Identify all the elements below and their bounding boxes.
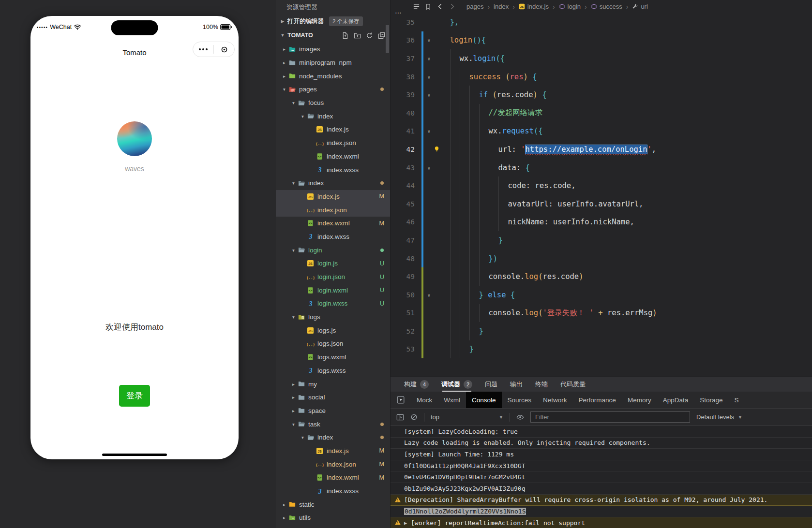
fold-chevron-icon[interactable]: ∨ — [425, 74, 433, 80]
tree-file-index.wxss[interactable]: 3index.wxss — [276, 163, 390, 176]
tree-file-index.js[interactable]: JSindex.js — [276, 123, 390, 136]
panel-tab-代码质量[interactable]: 代码质量 — [560, 377, 586, 392]
devtools-tab-Mock[interactable]: Mock — [411, 392, 438, 408]
tree-file-index.js[interactable]: JSindex.jsM — [276, 190, 390, 204]
bookmark-icon[interactable] — [425, 3, 432, 10]
code-line-37[interactable]: 37∨wx.login({ — [391, 49, 812, 68]
live-expression-eye-icon[interactable] — [516, 413, 524, 421]
panel-tab-输出[interactable]: 输出 — [510, 377, 523, 392]
fold-chevron-icon[interactable]: ∨ — [425, 92, 433, 98]
tree-folder-focus[interactable]: ▾focus — [276, 96, 390, 110]
breadcrumb-item-success[interactable]: success — [591, 3, 622, 10]
tree-folder-images[interactable]: ▸images — [276, 43, 390, 56]
inspect-element-icon[interactable] — [391, 392, 411, 408]
devtools-tab-S[interactable]: S — [729, 392, 745, 408]
back-icon[interactable] — [436, 3, 444, 10]
clear-console-icon[interactable] — [410, 413, 418, 421]
tree-folder-static[interactable]: ▸static — [276, 498, 390, 511]
capsule-close-button[interactable] — [214, 42, 234, 57]
menu-icon[interactable] — [413, 3, 420, 10]
fold-chevron-icon[interactable]: ∨ — [425, 292, 433, 298]
devtools-tab-Network[interactable]: Network — [537, 392, 573, 408]
fold-chevron-icon[interactable]: ∨ — [425, 56, 433, 61]
tree-file-index.wxml[interactable]: <>index.wxmlM — [276, 217, 390, 230]
log-levels-select[interactable]: Default levels ▼ — [696, 413, 742, 421]
tree-folder-utils[interactable]: ▸utils — [276, 511, 390, 525]
lightbulb-icon[interactable] — [433, 146, 443, 153]
collapse-all-icon[interactable] — [378, 32, 385, 39]
code-line-48[interactable]: 48}) — [391, 249, 812, 268]
tree-file-index.json[interactable]: {..}index.json — [276, 136, 390, 150]
panel-tab-构建[interactable]: 构建4 — [404, 377, 429, 392]
breadcrumb-item-index.js[interactable]: JSindex.js — [519, 3, 549, 10]
tree-file-login.json[interactable]: {..}login.jsonU — [276, 270, 390, 284]
tree-folder-node_modules[interactable]: ▸node_modules — [276, 69, 390, 83]
fold-chevron-icon[interactable]: ∨ — [425, 165, 433, 171]
code-line-43[interactable]: 43∨data: { — [391, 159, 812, 177]
tree-file-logs.wxss[interactable]: 3logs.wxss — [276, 364, 390, 378]
tree-folder-social[interactable]: ▸social — [276, 391, 390, 404]
panel-tab-终端[interactable]: 终端 — [535, 377, 548, 392]
show-sidebar-icon[interactable] — [396, 413, 404, 421]
tree-file-index.json[interactable]: {..}index.jsonM — [276, 457, 390, 471]
breadcrumb-item-url[interactable]: url — [632, 3, 647, 10]
fold-chevron-icon[interactable]: ∨ — [425, 37, 433, 43]
code-line-51[interactable]: 51console.log('登录失败！ ' + res.errMsg) — [391, 304, 812, 323]
breadcrumb-item-pages[interactable]: pages — [466, 3, 483, 10]
devtools-tab-Wxml[interactable]: Wxml — [438, 392, 466, 408]
tree-file-item[interactable] — [276, 525, 390, 528]
explorer-scrollbar[interactable] — [386, 25, 389, 53]
code-line-44[interactable]: 44code: res.code, — [391, 176, 812, 195]
code-line-38[interactable]: 38∨success (res) { — [391, 68, 812, 86]
capsule-more-button[interactable] — [193, 42, 213, 57]
tree-file-login.js[interactable]: JSlogin.jsU — [276, 257, 390, 270]
code-line-39[interactable]: 39∨if (res.code) { — [391, 86, 812, 104]
forward-icon[interactable] — [449, 3, 456, 10]
tree-folder-my[interactable]: ▸my — [276, 377, 390, 391]
tree-folder-index[interactable]: ▾index — [276, 176, 390, 190]
code-line-35[interactable]: 35}, — [391, 13, 812, 31]
tree-file-index.wxml[interactable]: <>index.wxmlM — [276, 471, 390, 484]
code-line-47[interactable]: 47} — [391, 231, 812, 249]
tree-folder-index[interactable]: ▾index — [276, 431, 390, 444]
tree-folder-pages[interactable]: ▾pages — [276, 83, 390, 96]
devtools-tab-Storage[interactable]: Storage — [694, 392, 728, 408]
new-file-icon[interactable] — [342, 32, 349, 39]
login-button[interactable]: 登录 — [119, 385, 150, 407]
tree-folder-task[interactable]: ▾task — [276, 417, 390, 431]
code-line-45[interactable]: 45avatarUrl: userInfo.avatarUrl, — [391, 195, 812, 213]
project-section[interactable]: ▼ TOMATO — [276, 28, 390, 43]
devtools-tab-AppData[interactable]: AppData — [657, 392, 694, 408]
tree-file-index.wxss[interactable]: 3index.wxss — [276, 230, 390, 244]
tree-file-index.wxml[interactable]: <>index.wxml — [276, 150, 390, 163]
code-line-40[interactable]: 40//发起网络请求 — [391, 104, 812, 122]
tree-file-index.json[interactable]: {..}index.json — [276, 203, 390, 217]
tree-folder-space[interactable]: ▸space — [276, 404, 390, 418]
code-line-46[interactable]: 46nickName: userInfo.nickName, — [391, 213, 812, 232]
tree-file-logs.json[interactable]: {..}logs.json — [276, 337, 390, 351]
fold-chevron-icon[interactable]: ∨ — [425, 128, 433, 134]
code-line-50[interactable]: 50∨} else { — [391, 286, 812, 304]
panel-tab-问题[interactable]: 问题 — [485, 377, 497, 392]
tree-file-login.wxml[interactable]: <>login.wxmlU — [276, 283, 390, 297]
tree-folder-login[interactable]: ▾login — [276, 243, 390, 257]
code-line-53[interactable]: 53} — [391, 340, 812, 359]
breadcrumb-item-login[interactable]: login — [559, 3, 581, 10]
breadcrumb-item-index[interactable]: index — [494, 3, 509, 10]
code-line-36[interactable]: 36∨login(){ — [391, 31, 812, 50]
tree-folder-index[interactable]: ▾index — [276, 109, 390, 123]
refresh-icon[interactable] — [366, 32, 373, 39]
tree-file-index.js[interactable]: JSindex.jsM — [276, 444, 390, 458]
tree-file-logs.js[interactable]: JSlogs.js — [276, 323, 390, 337]
tree-file-index.wxss[interactable]: 3index.wxss — [276, 484, 390, 498]
expand-arrow-icon[interactable]: ▶ — [404, 520, 407, 526]
context-select[interactable]: top ▼ — [431, 413, 503, 421]
tree-file-login.wxss[interactable]: 3login.wxssU — [276, 297, 390, 310]
code-line-42[interactable]: 42url: 'https://example.com/onLogin', — [391, 140, 812, 159]
tree-file-logs.wxml[interactable]: <>logs.wxml — [276, 351, 390, 364]
console-row-9[interactable]: ▶[worker] reportRealtimeAction:fail not … — [391, 517, 812, 528]
open-editors-section[interactable]: ▶ 打开的编辑器 2 个未保存 — [276, 15, 390, 28]
panel-tab-调试器[interactable]: 调试器2 — [441, 377, 472, 392]
code-line-52[interactable]: 52} — [391, 322, 812, 340]
devtools-tab-Console[interactable]: Console — [466, 392, 502, 408]
